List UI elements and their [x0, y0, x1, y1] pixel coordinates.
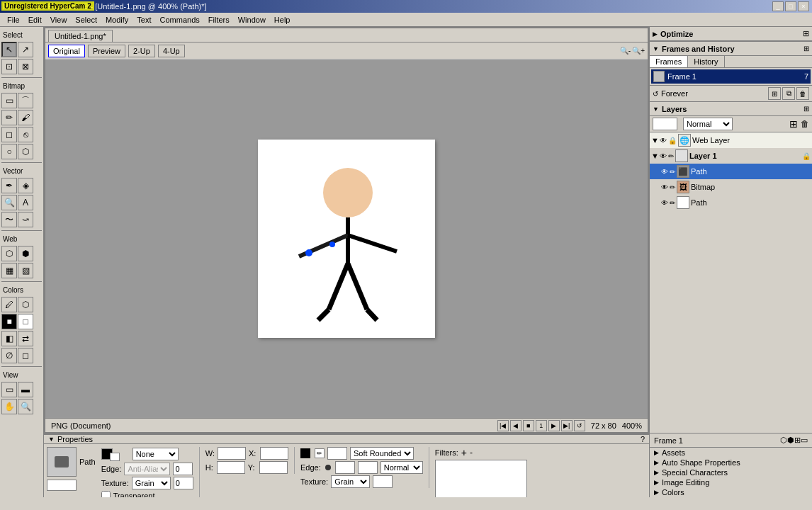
y-input[interactable]: 37: [259, 461, 288, 474]
standard-screen[interactable]: ▭: [1, 382, 17, 397]
menu-select[interactable]: Select: [71, 14, 101, 26]
redraw-tool[interactable]: ⤻: [18, 212, 33, 227]
paint-bucket-tool[interactable]: ⬡: [18, 144, 33, 159]
path2-item[interactable]: 👁 ✏ Path: [650, 195, 812, 210]
lock-icon-web[interactable]: 🔒: [668, 137, 677, 144]
frame-1-row[interactable]: Frame 1 7: [651, 69, 811, 84]
eye-icon-l1[interactable]: 👁: [660, 152, 667, 160]
hotspot2-tool[interactable]: ⬢: [18, 246, 33, 261]
menu-text[interactable]: Text: [132, 14, 155, 26]
delete-frame-btn[interactable]: 🗑: [796, 87, 809, 100]
text-tool[interactable]: A: [18, 195, 33, 210]
frame-bar-btn2[interactable]: ⬢: [787, 436, 794, 445]
width-input[interactable]: 14: [218, 447, 246, 460]
new-layer-icon[interactable]: ⊞: [789, 118, 798, 130]
layer1-lock-icon[interactable]: 🔒: [802, 152, 811, 160]
eyedropper-tool[interactable]: 🖊: [1, 297, 17, 312]
path1-item[interactable]: 👁 ✏ ⬛ Path: [650, 164, 812, 179]
zoom-in-tool[interactable]: 🔍: [18, 399, 33, 414]
pointer-tool[interactable]: ↖: [1, 42, 17, 57]
assets-item[interactable]: ▶ Assets: [650, 448, 812, 458]
menu-help[interactable]: Help: [270, 14, 295, 26]
menu-modify[interactable]: Modify: [101, 14, 132, 26]
frames-tab[interactable]: Frames: [650, 56, 688, 67]
stop-btn[interactable]: ■: [523, 420, 534, 431]
eye-icon-web[interactable]: 👁: [660, 137, 667, 144]
menu-edit[interactable]: Edit: [24, 14, 46, 26]
edge-select[interactable]: Anti-Alias: [124, 463, 170, 475]
web-layer-item[interactable]: ▼ 👁 🔒 🌐 Web Layer: [650, 132, 812, 148]
frame-bar-btn3[interactable]: ⊞: [794, 436, 801, 445]
optimize-header[interactable]: ▶ Optimize ⊞: [650, 27, 812, 41]
lasso-tool[interactable]: ⌒: [18, 93, 33, 108]
loop-btn[interactable]: ↺: [574, 420, 585, 431]
stroke-color-box[interactable]: ■: [1, 314, 17, 329]
layer1-item[interactable]: ▼ 👁 ✏ Layer 1 🔒: [650, 148, 812, 164]
full-screen[interactable]: ▬: [18, 382, 33, 397]
frames-history-header[interactable]: ▼ Frames and History ⊞: [650, 42, 812, 56]
freeform-tool[interactable]: 〜: [1, 212, 17, 227]
prev-frame-btn[interactable]: ◀: [510, 420, 521, 431]
hotspot-tool[interactable]: ⬡: [1, 246, 17, 261]
menu-commands[interactable]: Commands: [156, 14, 204, 26]
frame-bar-btn4[interactable]: ▭: [801, 436, 808, 445]
set-default-colors[interactable]: ◧: [1, 331, 17, 346]
special-chars-item[interactable]: ▶ Special Characters: [650, 468, 812, 477]
texture-amount[interactable]: [174, 477, 193, 489]
first-frame-btn[interactable]: |◀: [497, 420, 509, 431]
lock-icon-path2[interactable]: ✏: [670, 199, 675, 207]
blur-tool[interactable]: ○: [1, 144, 17, 159]
image-editing-item[interactable]: ▶ Image Editing: [650, 477, 812, 487]
pencil-tool[interactable]: ✏: [1, 110, 17, 125]
doc-tab-untitled[interactable]: Untitled-1.png*: [48, 30, 113, 42]
subselect-tool[interactable]: ↗: [18, 42, 33, 57]
zoom-tool[interactable]: 🔍: [1, 195, 17, 210]
view-original-btn[interactable]: Original: [48, 45, 85, 57]
paint-bucket2-tool[interactable]: ⬡: [18, 297, 33, 312]
menu-view[interactable]: View: [46, 14, 72, 26]
view-2up-btn[interactable]: 2-Up: [128, 45, 155, 57]
history-tab[interactable]: History: [688, 56, 724, 67]
transparent-checkbox[interactable]: [101, 491, 111, 497]
hand-tool[interactable]: ✋: [1, 399, 17, 414]
fill-color-btn[interactable]: [110, 453, 120, 461]
next-frame-btn[interactable]: ▶|: [561, 420, 573, 431]
x-input[interactable]: 10: [260, 447, 288, 460]
menu-window[interactable]: Window: [234, 14, 270, 26]
brush-tool[interactable]: 🖌: [18, 110, 33, 125]
bitmap-item[interactable]: 👁 ✏ 🖼 Bitmap: [650, 179, 812, 195]
colors-item[interactable]: ▶ Colors: [650, 487, 812, 497]
lock-icon-bmp[interactable]: ✏: [670, 183, 675, 191]
stroke-style-select[interactable]: Soft Rounded: [350, 447, 414, 460]
zoom-in-icon[interactable]: 🔍+: [632, 47, 645, 55]
play-btn[interactable]: ▶: [548, 420, 560, 431]
zoom-out-icon[interactable]: 🔍-: [620, 47, 631, 55]
eye-icon-path2[interactable]: 👁: [661, 199, 668, 207]
props-help-icon[interactable]: ?: [641, 435, 645, 443]
stroke-type-select[interactable]: None: [132, 448, 179, 460]
view-preview-btn[interactable]: Preview: [88, 45, 125, 57]
eye-icon-path1[interactable]: 👁: [661, 168, 668, 176]
pen-tool[interactable]: ✒: [1, 178, 17, 193]
close-button[interactable]: ×: [798, 1, 809, 11]
copy-frame-btn[interactable]: ⧉: [782, 87, 795, 100]
texture-select[interactable]: Grain: [132, 477, 171, 489]
filters-add-btn[interactable]: +: [461, 447, 467, 458]
no-fill[interactable]: ◻: [18, 348, 33, 363]
menu-file[interactable]: File: [3, 14, 24, 26]
texture2-select[interactable]: Grain: [331, 475, 370, 488]
layer-blend-select[interactable]: Normal: [683, 118, 733, 130]
texture2-num[interactable]: 0: [373, 475, 393, 488]
lock-icon-l1[interactable]: ✏: [668, 152, 674, 160]
layers-header[interactable]: ▼ Layers ⊞: [650, 102, 812, 116]
auto-shape-item[interactable]: ▶ Auto Shape Properties: [650, 458, 812, 468]
object-name-input[interactable]: [47, 480, 77, 491]
filters-remove-btn[interactable]: -: [470, 448, 473, 458]
eye-icon-bmp[interactable]: 👁: [661, 183, 668, 191]
frame-bar-btn1[interactable]: ⬡: [780, 436, 787, 445]
vector-select-tool[interactable]: ◈: [18, 178, 33, 193]
view-4up-btn[interactable]: 4-Up: [158, 45, 185, 57]
slice-tool[interactable]: ▦: [1, 263, 17, 278]
no-stroke[interactable]: ∅: [1, 348, 17, 363]
workspace[interactable]: [45, 60, 648, 418]
